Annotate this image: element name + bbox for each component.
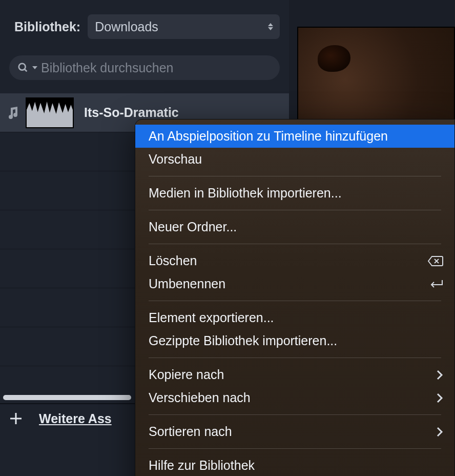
menu-separator (149, 301, 441, 301)
menu-library-help[interactable]: Hilfe zur Bibliothek (135, 454, 454, 476)
library-selector-row: Bibliothek: Downloads (0, 0, 289, 50)
menu-new-folder[interactable]: Neuer Ordner... (135, 215, 454, 239)
menu-separator (149, 358, 441, 358)
menu-separator (149, 414, 441, 415)
search-icon (17, 62, 29, 73)
chevron-right-icon (436, 369, 443, 381)
menu-preview[interactable]: Vorschau (135, 148, 454, 171)
search-input[interactable] (41, 61, 272, 75)
library-context-menu: An Abspielposition zu Timeline hinzufüge… (135, 119, 455, 476)
return-icon (429, 279, 443, 289)
add-button[interactable] (7, 410, 25, 427)
menu-delete[interactable]: Löschen (135, 249, 454, 272)
music-note-icon (0, 106, 26, 120)
chevron-right-icon (436, 392, 443, 404)
menu-sort-by[interactable]: Sortieren nach (135, 420, 454, 443)
library-select-value: Downloads (95, 19, 158, 34)
menu-separator (149, 244, 441, 244)
menu-separator (149, 176, 441, 176)
svg-point-0 (19, 64, 26, 70)
updown-icon (267, 23, 274, 31)
chevron-down-icon (32, 65, 38, 71)
menu-separator (149, 448, 441, 449)
menu-move-to[interactable]: Verschieben nach (135, 386, 454, 409)
menu-export-element[interactable]: Element exportieren... (135, 306, 454, 329)
chevron-right-icon (436, 426, 443, 438)
library-search[interactable] (9, 55, 280, 80)
waveform-thumbnail (26, 97, 74, 128)
library-select[interactable]: Downloads (88, 14, 280, 39)
list-item-title: Its-So-Dramatic (84, 105, 179, 120)
menu-add-to-timeline[interactable]: An Abspielposition zu Timeline hinzufüge… (135, 125, 454, 148)
menu-separator (149, 210, 441, 210)
menu-import-zipped[interactable]: Gezippte Bibliothek importieren... (135, 329, 454, 352)
svg-line-1 (25, 69, 27, 72)
more-assets-link[interactable]: Weitere Ass (39, 411, 112, 426)
menu-copy-to[interactable]: Kopiere nach (135, 363, 454, 386)
library-label: Bibliothek: (14, 19, 80, 34)
menu-import-media[interactable]: Medien in Bibliothek importieren... (135, 182, 454, 205)
horizontal-scrollbar[interactable] (3, 395, 131, 400)
menu-rename[interactable]: Umbenennen (135, 272, 454, 295)
backspace-icon (428, 255, 443, 267)
